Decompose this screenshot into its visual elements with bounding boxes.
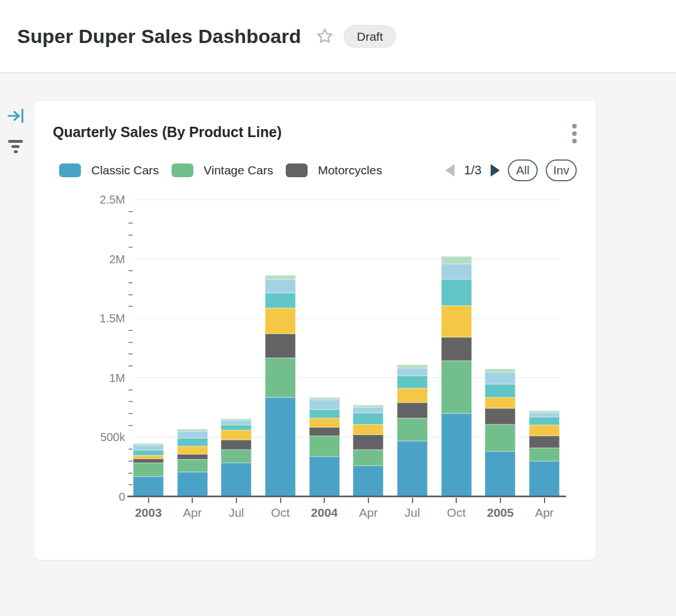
bar-segment[interactable] bbox=[397, 388, 428, 403]
legend-item[interactable]: Vintage Cars bbox=[172, 163, 273, 177]
expand-panel-icon[interactable] bbox=[7, 108, 25, 126]
filter-icon[interactable] bbox=[7, 139, 24, 156]
bar-segment[interactable] bbox=[441, 256, 472, 263]
legend-item[interactable]: Motorcycles bbox=[286, 163, 382, 177]
bar-segment[interactable] bbox=[485, 424, 515, 451]
bar-segment[interactable] bbox=[353, 435, 383, 450]
stacked-bar[interactable] bbox=[485, 369, 515, 497]
bar-segment[interactable] bbox=[397, 418, 428, 442]
bar-segment[interactable] bbox=[529, 436, 560, 448]
bar-segment[interactable] bbox=[265, 308, 296, 334]
bar-segment[interactable] bbox=[441, 361, 472, 414]
bar-segment[interactable] bbox=[485, 408, 515, 424]
bar-segment[interactable] bbox=[353, 407, 383, 413]
favorite-star-icon[interactable] bbox=[316, 28, 333, 45]
bar-segment[interactable] bbox=[441, 306, 472, 337]
bar-segment[interactable] bbox=[529, 413, 560, 417]
bar-segment[interactable] bbox=[177, 454, 208, 459]
bar-segment[interactable] bbox=[221, 430, 251, 440]
y-axis-minor-tick bbox=[129, 449, 133, 450]
bar-segment[interactable] bbox=[221, 425, 251, 430]
bar-segment[interactable] bbox=[221, 420, 251, 425]
bar-segment[interactable] bbox=[133, 450, 164, 455]
bar-segment[interactable] bbox=[529, 461, 560, 497]
bar-segment[interactable] bbox=[309, 457, 340, 497]
x-axis-tick-label: 2005 bbox=[487, 506, 514, 520]
bar-segment[interactable] bbox=[265, 293, 296, 307]
bar-segment[interactable] bbox=[177, 438, 208, 446]
stacked-bar[interactable] bbox=[529, 411, 560, 497]
bar-segment[interactable] bbox=[397, 441, 428, 497]
stacked-bar[interactable] bbox=[441, 256, 472, 497]
bar-segment[interactable] bbox=[177, 459, 208, 472]
bar-segment[interactable] bbox=[221, 463, 251, 497]
bar-segment[interactable] bbox=[529, 417, 560, 425]
bar-segment[interactable] bbox=[529, 425, 560, 436]
stacked-bar[interactable] bbox=[265, 275, 296, 497]
stacked-bar[interactable] bbox=[309, 397, 340, 497]
bar-segment[interactable] bbox=[485, 384, 515, 397]
bar-segment[interactable] bbox=[353, 413, 383, 424]
bar-segment[interactable] bbox=[265, 279, 296, 294]
y-axis-minor-tick bbox=[129, 389, 133, 391]
bar-segment[interactable] bbox=[265, 358, 296, 397]
bar-segment[interactable] bbox=[309, 418, 340, 427]
bar-segment[interactable] bbox=[441, 414, 472, 497]
bar-segment[interactable] bbox=[397, 368, 428, 376]
legend: Classic CarsVintage CarsMotorcycles bbox=[59, 163, 395, 177]
y-axis-minor-tick bbox=[129, 461, 133, 462]
bar-segment[interactable] bbox=[133, 463, 164, 477]
select-all-button[interactable]: All bbox=[508, 159, 538, 181]
bar-segment[interactable] bbox=[309, 410, 340, 419]
bar-segment[interactable] bbox=[221, 450, 251, 463]
bar-segment[interactable] bbox=[221, 440, 251, 450]
legend-item[interactable]: Classic Cars bbox=[59, 163, 159, 177]
y-axis-tick-label: 1.5M bbox=[100, 312, 125, 325]
bar-segment[interactable] bbox=[441, 279, 472, 306]
y-axis-minor-tick bbox=[129, 473, 133, 474]
bar-segment[interactable] bbox=[177, 472, 208, 497]
bar-segment[interactable] bbox=[265, 275, 296, 279]
bar-segment[interactable] bbox=[265, 397, 296, 497]
bar-segment[interactable] bbox=[353, 466, 383, 497]
stacked-bar[interactable] bbox=[177, 429, 208, 497]
legend-swatch bbox=[59, 163, 81, 177]
bar-segment[interactable] bbox=[529, 448, 560, 461]
bar-segment[interactable] bbox=[441, 337, 472, 361]
y-axis-tick-label: 0 bbox=[119, 490, 125, 504]
chart-controls: Classic CarsVintage CarsMotorcycles 1/3 … bbox=[59, 158, 577, 182]
bar-segment[interactable] bbox=[309, 427, 340, 436]
page-title: Super Duper Sales Dashboard bbox=[17, 25, 301, 48]
bar-segment[interactable] bbox=[265, 334, 296, 358]
status-badge: Draft bbox=[344, 25, 397, 48]
bar-segment[interactable] bbox=[133, 445, 164, 450]
bar-segment[interactable] bbox=[441, 264, 472, 279]
x-axis-tick-label: Oct bbox=[447, 506, 466, 520]
bar-segment[interactable] bbox=[485, 372, 515, 385]
kebab-menu-icon[interactable] bbox=[572, 124, 577, 146]
bar-segment[interactable] bbox=[309, 436, 340, 457]
bar-segment[interactable] bbox=[177, 431, 208, 438]
stacked-bar[interactable] bbox=[221, 419, 251, 497]
y-axis-minor-tick bbox=[129, 353, 133, 354]
bar-segment[interactable] bbox=[485, 451, 515, 497]
bar-segment[interactable] bbox=[353, 424, 383, 435]
bar-segment[interactable] bbox=[177, 446, 208, 454]
stacked-bar[interactable] bbox=[133, 443, 164, 497]
stacked-bar[interactable] bbox=[353, 405, 383, 497]
pager-prev-icon[interactable] bbox=[445, 164, 454, 177]
bar-segment[interactable] bbox=[397, 403, 428, 418]
y-axis-minor-tick bbox=[129, 342, 133, 343]
bar-segment[interactable] bbox=[133, 477, 164, 497]
y-axis-labels: 0500k1M1.5M2M2.5M bbox=[34, 200, 125, 497]
x-axis-tick bbox=[456, 498, 457, 503]
bar-segment[interactable] bbox=[309, 400, 340, 410]
bar-segment[interactable] bbox=[353, 450, 383, 465]
bar-segment[interactable] bbox=[485, 397, 515, 408]
legend-pager: 1/3 bbox=[445, 163, 500, 178]
stacked-bar[interactable] bbox=[397, 365, 428, 497]
bar-segment[interactable] bbox=[133, 459, 164, 463]
pager-next-icon[interactable] bbox=[491, 164, 500, 177]
invert-selection-button[interactable]: Inv bbox=[546, 159, 577, 181]
bar-segment[interactable] bbox=[397, 376, 428, 388]
